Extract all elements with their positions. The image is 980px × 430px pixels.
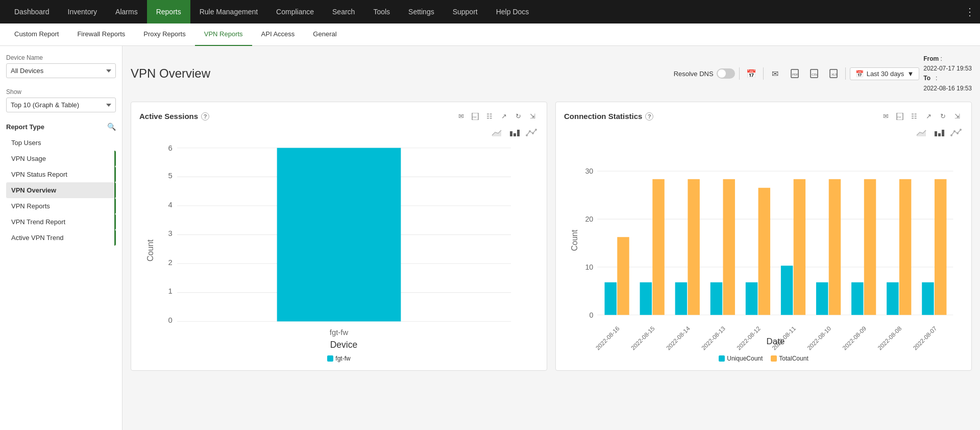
report-type-search-icon[interactable]: 🔍	[107, 123, 116, 131]
pdf-icon[interactable]: PDF	[787, 66, 802, 81]
svg-rect-67	[851, 282, 863, 315]
svg-rect-37	[935, 131, 937, 136]
email-icon[interactable]: ✉	[768, 66, 783, 81]
active-sessions-export-icon[interactable]: ↗	[498, 110, 510, 123]
date-preset-btn[interactable]: 📅 Last 30 days ▼	[850, 67, 920, 80]
active-sessions-help-icon[interactable]: ?	[201, 112, 209, 121]
active-sessions-area-view[interactable]	[489, 127, 504, 139]
conn-stats-line-view[interactable]	[949, 127, 963, 139]
svg-rect-55	[640, 282, 652, 315]
nav-item-rule-management[interactable]: Rule Management	[190, 0, 267, 23]
subnav-general[interactable]: General	[304, 23, 346, 46]
conn-stats-table-icon[interactable]: ☷	[908, 110, 920, 123]
active-sessions-table-icon[interactable]: ☷	[483, 110, 496, 123]
connection-statistics-card: Connection Statistics ? ✉ PDF ☷ ↗ ↻ ⇲	[555, 102, 972, 371]
conn-stats-expand-icon[interactable]: ⇲	[951, 110, 963, 123]
svg-text:30: 30	[585, 167, 593, 175]
csv-icon[interactable]: CSV	[806, 66, 822, 81]
connection-statistics-help-icon[interactable]: ?	[645, 112, 653, 121]
report-type-vpn-trend[interactable]: VPN Trend Report	[6, 214, 116, 230]
conn-stats-pdf-icon[interactable]: PDF	[894, 110, 906, 123]
report-type-vpn-usage[interactable]: VPN Usage	[6, 151, 116, 166]
svg-text:PDF: PDF	[897, 116, 902, 118]
svg-rect-59	[710, 282, 722, 315]
svg-point-41	[953, 130, 955, 132]
conn-stats-email-icon[interactable]: ✉	[879, 110, 892, 123]
nav-item-tools[interactable]: Tools	[364, 0, 399, 23]
svg-point-15	[535, 129, 537, 131]
svg-text:10: 10	[585, 263, 593, 271]
active-sessions-line-view[interactable]	[524, 127, 538, 139]
conn-stats-bar-view[interactable]	[932, 127, 946, 139]
report-type-vpn-overview[interactable]: VPN Overview	[6, 182, 116, 198]
connection-statistics-title: Connection Statistics ?	[564, 112, 653, 121]
show-label: Show	[6, 88, 116, 95]
active-sessions-email-icon[interactable]: ✉	[455, 110, 467, 123]
charts-row: Active Sessions ? ✉ PDF ☷ ↗ ↻ ⇲	[131, 102, 972, 371]
active-sessions-expand-icon[interactable]: ⇲	[526, 110, 538, 123]
svg-rect-64	[794, 179, 805, 315]
svg-rect-65	[816, 282, 828, 315]
svg-point-42	[957, 132, 959, 134]
nav-item-compliance[interactable]: Compliance	[267, 0, 323, 23]
active-sessions-chart: Count 0 1 2 3 4 5 6	[139, 143, 538, 351]
report-type-vpn-reports[interactable]: VPN Reports	[6, 198, 116, 214]
subnav-api-access[interactable]: API Access	[252, 23, 304, 46]
nav-item-alarms[interactable]: Alarms	[106, 0, 147, 23]
svg-text:fgt-fw: fgt-fw	[330, 328, 349, 337]
svg-rect-10	[513, 133, 516, 136]
legend-unique-count: UniqueCount	[719, 355, 763, 362]
active-sessions-icons: ✉ PDF ☷ ↗ ↻ ⇲	[455, 110, 538, 123]
resolve-dns-toggle[interactable]	[717, 68, 735, 79]
nav-item-support[interactable]: Support	[444, 0, 487, 23]
svg-rect-53	[605, 282, 617, 315]
subnav-firewall-reports[interactable]: Firewall Reports	[68, 23, 134, 46]
report-type-vpn-status[interactable]: VPN Status Report	[6, 166, 116, 182]
from-date: From : 2022-07-17 19:53	[923, 54, 972, 74]
svg-text:2022-08-16: 2022-08-16	[594, 325, 621, 351]
svg-text:3: 3	[168, 229, 172, 237]
schedule-icon[interactable]: 📅	[744, 66, 759, 81]
active-sessions-header: Active Sessions ? ✉ PDF ☷ ↗ ↻ ⇲	[139, 110, 538, 123]
svg-text:2: 2	[168, 258, 172, 267]
page-title: VPN Overview	[131, 66, 210, 81]
nav-item-search[interactable]: Search	[323, 0, 364, 23]
report-type-top-users[interactable]: Top Users	[6, 135, 116, 151]
conn-stats-area-view[interactable]	[914, 127, 928, 139]
active-sessions-view-icons	[139, 127, 538, 139]
svg-point-14	[532, 132, 534, 134]
divider-1	[739, 67, 740, 80]
connection-statistics-legend: UniqueCount TotalCount	[564, 355, 963, 362]
svg-point-12	[526, 134, 528, 136]
svg-text:2022-08-09: 2022-08-09	[841, 325, 868, 351]
svg-text:Date: Date	[767, 337, 785, 346]
show-select[interactable]: Top 10 (Graph & Table)	[6, 98, 116, 112]
nav-item-settings[interactable]: Settings	[399, 0, 444, 23]
main-layout: Device Name All Devices Show Top 10 (Gra…	[0, 46, 980, 430]
legend-total-count: TotalCount	[771, 355, 808, 362]
subnav-custom-report[interactable]: Custom Report	[5, 23, 68, 46]
nav-item-help-docs[interactable]: Help Docs	[487, 0, 538, 23]
active-sessions-bar-view[interactable]	[507, 127, 521, 139]
xls-icon[interactable]: XLS	[826, 66, 841, 81]
svg-text:2022-08-14: 2022-08-14	[665, 325, 691, 351]
nav-item-inventory[interactable]: Inventory	[59, 0, 107, 23]
conn-stats-refresh-icon[interactable]: ↻	[937, 110, 949, 123]
active-sessions-refresh-icon[interactable]: ↻	[512, 110, 524, 123]
subnav-vpn-reports[interactable]: VPN Reports	[195, 23, 252, 46]
active-sessions-title: Active Sessions ?	[139, 112, 209, 121]
active-sessions-pdf-icon[interactable]: PDF	[469, 110, 481, 123]
report-type-active-vpn-trend[interactable]: Active VPN Trend	[6, 230, 116, 246]
nav-more-icon[interactable]: ⋮	[965, 6, 975, 18]
svg-text:2022-08-10: 2022-08-10	[806, 325, 832, 351]
subnav-proxy-reports[interactable]: Proxy Reports	[134, 23, 194, 46]
nav-item-reports[interactable]: Reports	[147, 0, 190, 23]
svg-text:2022-08-07: 2022-08-07	[912, 325, 938, 351]
device-name-select[interactable]: All Devices	[6, 63, 116, 78]
to-date: To : 2022-08-16 19:53	[923, 74, 972, 93]
svg-rect-70	[899, 179, 911, 315]
svg-rect-60	[723, 179, 734, 315]
conn-stats-export-icon[interactable]: ↗	[922, 110, 935, 123]
page-header: VPN Overview Resolve DNS 📅 ✉ PDF CSV XLS	[131, 54, 972, 93]
nav-item-dashboard[interactable]: Dashboard	[5, 0, 59, 23]
